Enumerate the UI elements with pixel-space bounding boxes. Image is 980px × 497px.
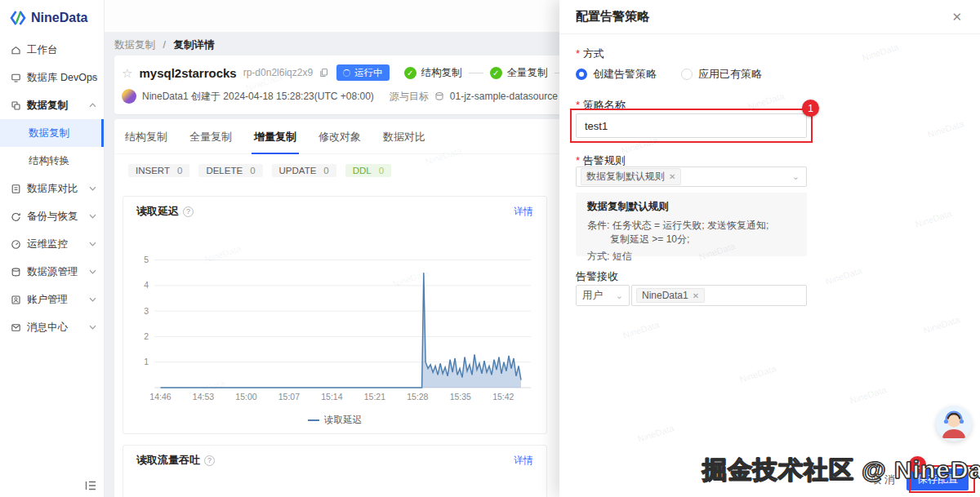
task-name: mysql2starrocks xyxy=(139,66,236,80)
tab-incremental-replication[interactable]: 增量复制 xyxy=(254,130,296,153)
svg-text:15:21: 15:21 xyxy=(364,392,385,402)
message-icon xyxy=(11,322,21,333)
sidebar-item-label: 数据复制 xyxy=(29,126,69,140)
svg-text:15:07: 15:07 xyxy=(278,392,300,402)
rule-condition-2: 复制延迟 >= 10分; xyxy=(587,233,795,246)
ninedata-logo-icon xyxy=(9,9,27,27)
radio-selected-icon xyxy=(576,69,587,80)
latency-detail-link[interactable]: 详情 xyxy=(514,205,533,219)
sidebar-item-label: 数据库 DevOps xyxy=(27,71,97,85)
brand-name: NineData xyxy=(31,11,87,25)
tab-structure-replication[interactable]: 结构复制 xyxy=(125,130,167,153)
support-person-icon xyxy=(936,406,972,442)
throughput-detail-link[interactable]: 详情 xyxy=(514,454,533,468)
latency-chart: 1234514:4614:5315:0015:0715:1415:2115:28… xyxy=(130,223,542,417)
breadcrumb-separator: / xyxy=(163,39,165,51)
devops-icon xyxy=(11,73,21,83)
radio-create-policy[interactable]: 创建告警策略 xyxy=(576,67,657,82)
alert-rules-select[interactable]: 数据复制默认规则 ✕ ⌄ xyxy=(576,166,807,187)
backup-restore-icon xyxy=(11,211,21,222)
chevron-down-icon: ⌄ xyxy=(616,291,623,301)
close-icon[interactable]: ✕ xyxy=(951,10,962,24)
sidebar-item-label: 工作台 xyxy=(27,43,58,57)
alert-receive-label: 告警接收 xyxy=(576,269,618,284)
sidebar-item-data-replication-group[interactable]: 数据复制 xyxy=(0,91,104,119)
receiver-tag: NineData1 ✕ xyxy=(636,288,705,303)
sidebar-item-message-center[interactable]: 消息中心 xyxy=(0,313,104,341)
sidebar-item-label: 结构转换 xyxy=(29,154,69,168)
tag-remove-icon[interactable]: ✕ xyxy=(693,291,699,300)
alert-config-panel: 配置告警策略 ✕ 方式 创建告警策略 应用已有策略 策略名称 1 告警规则 数据… xyxy=(559,0,980,497)
step-divider xyxy=(469,73,483,73)
account-icon xyxy=(11,295,21,305)
sidebar-item-label: 运维监控 xyxy=(27,237,68,251)
support-avatar[interactable] xyxy=(936,406,972,442)
svg-text:15:00: 15:00 xyxy=(235,392,256,402)
tab-data-compare[interactable]: 数据对比 xyxy=(383,130,425,153)
help-icon[interactable]: ? xyxy=(183,206,194,217)
sidebar-item-label: 消息中心 xyxy=(27,321,68,335)
sidebar-item-backup-restore[interactable]: 备份与恢复 xyxy=(0,202,104,230)
sidebar-item-database-devops[interactable]: 数据库 DevOps xyxy=(0,64,104,91)
task-id: rp-d0n2l6iqz2x9 xyxy=(243,67,313,78)
throughput-chart-title: 读取流量吞吐 ? xyxy=(136,453,215,468)
svg-text:15:28: 15:28 xyxy=(407,392,428,402)
chevron-down-icon xyxy=(89,75,96,80)
breadcrumb-current: 复制详情 xyxy=(173,39,214,51)
breadcrumb: 数据复制 / 复制详情 xyxy=(114,38,214,52)
sidebar-item-label: 账户管理 xyxy=(27,293,68,307)
breadcrumb-parent[interactable]: 数据复制 xyxy=(114,39,155,51)
copy-icon[interactable] xyxy=(319,68,328,78)
receiver-input[interactable]: NineData1 ✕ xyxy=(631,285,807,306)
help-icon[interactable]: ? xyxy=(204,455,215,466)
chart-legend: 读取延迟 xyxy=(123,414,546,426)
method-label: 方式 xyxy=(576,47,604,61)
ninedata-logo[interactable]: NineData xyxy=(0,0,104,36)
sidebar-item-datasource-mgmt[interactable]: 数据源管理 xyxy=(0,258,104,286)
chevron-down-icon xyxy=(89,214,96,219)
throughput-chart-card: 读取流量吞吐 ? 详情 xyxy=(122,445,547,497)
chevron-down-icon xyxy=(89,242,96,246)
rule-tag: 数据复制默认规则 ✕ xyxy=(581,168,681,185)
radio-apply-existing[interactable]: 应用已有策略 xyxy=(681,67,762,82)
sidebar-item-ops-monitor[interactable]: 运维监控 xyxy=(0,230,104,258)
stat-update: UPDATE0 xyxy=(272,164,336,177)
sidebar-item-label: 数据源管理 xyxy=(27,265,78,279)
sidebar-item-account-mgmt[interactable]: 账户管理 xyxy=(0,286,104,313)
annotation-badge-1: 1 xyxy=(802,100,819,117)
rule-condition-1: 条件: 任务状态 = 运行失败; 发送恢复通知; xyxy=(587,219,795,233)
sidebar-item-structure-transform[interactable]: 结构转换 xyxy=(0,147,104,175)
svg-text:3: 3 xyxy=(144,306,149,316)
stat-ddl: DDL0 xyxy=(345,164,391,177)
chevron-up-icon xyxy=(89,103,96,108)
step-label: 全量复制 xyxy=(507,66,548,80)
source-name[interactable]: 01-jz-sample-datasource xyxy=(450,91,558,102)
tab-modify-objects[interactable]: 修改对象 xyxy=(318,130,361,153)
policy-name-input[interactable] xyxy=(576,113,807,138)
svg-text:2: 2 xyxy=(144,331,149,341)
home-icon xyxy=(11,45,21,55)
step-label: 结构复制 xyxy=(421,66,462,80)
favorite-star-icon[interactable]: ☆ xyxy=(122,67,132,79)
running-spinner-icon xyxy=(343,69,350,77)
panel-title: 配置告警策略 xyxy=(576,9,649,24)
sidebar-item-data-replication[interactable]: 数据复制 xyxy=(0,119,104,147)
sidebar-item-database-compare[interactable]: 数据库对比 xyxy=(0,175,104,202)
sidebar-collapse-icon[interactable] xyxy=(84,480,97,491)
receiver-type-select[interactable]: 用户 ⌄ xyxy=(576,285,630,306)
rule-description-box: 数据复制默认规则 条件: 任务状态 = 运行失败; 发送恢复通知; 复制延迟 >… xyxy=(576,193,807,256)
source-db-icon xyxy=(434,91,444,101)
chevron-down-icon xyxy=(89,297,96,302)
sidebar-item-label: 数据复制 xyxy=(27,99,68,113)
chevron-down-icon: ⌄ xyxy=(792,171,800,182)
policy-name-label: 策略名称 xyxy=(576,98,626,113)
sidebar-item-label: 数据库对比 xyxy=(27,182,78,196)
chevron-down-icon xyxy=(89,325,96,330)
svg-text:14:46: 14:46 xyxy=(149,392,171,402)
radio-unselected-icon xyxy=(681,69,693,80)
annotation-badge-2: 2 xyxy=(909,456,926,473)
sidebar-item-workbench[interactable]: 工作台 xyxy=(0,36,104,64)
tab-full-replication[interactable]: 全量复制 xyxy=(189,130,232,153)
cancel-button[interactable]: 取 消 xyxy=(871,473,895,487)
tag-remove-icon[interactable]: ✕ xyxy=(669,172,675,181)
